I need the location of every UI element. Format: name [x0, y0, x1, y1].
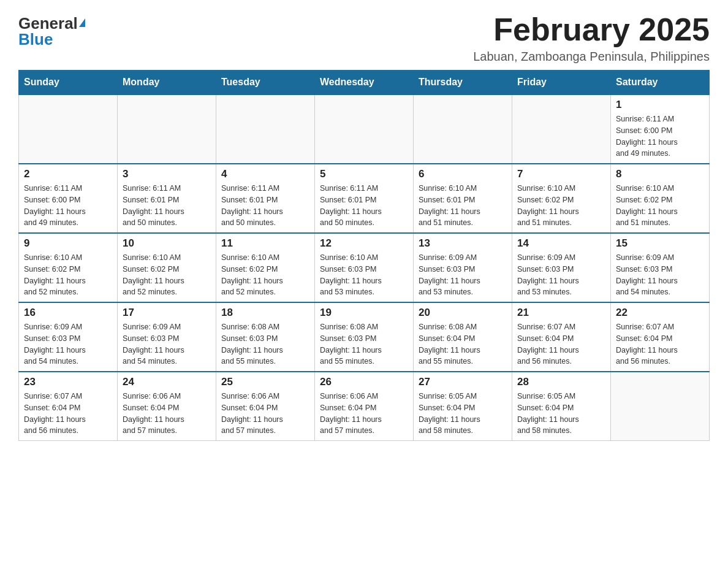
day-number: 13: [419, 237, 507, 250]
day-number: 7: [517, 168, 605, 180]
day-info: Sunrise: 6:07 AM Sunset: 6:04 PM Dayligh…: [24, 391, 112, 437]
weekday-header-tuesday: Tuesday: [216, 71, 315, 95]
location-title: Labuan, Zamboanga Peninsula, Philippines: [473, 50, 710, 64]
calendar-cell: 24Sunrise: 6:06 AM Sunset: 6:04 PM Dayli…: [118, 372, 216, 441]
day-number: 12: [320, 237, 408, 250]
calendar-table: SundayMondayTuesdayWednesdayThursdayFrid…: [18, 70, 710, 441]
day-number: 27: [419, 376, 507, 388]
weekday-header-monday: Monday: [118, 71, 216, 95]
day-info: Sunrise: 6:10 AM Sunset: 6:02 PM Dayligh…: [24, 252, 112, 298]
day-info: Sunrise: 6:05 AM Sunset: 6:04 PM Dayligh…: [419, 391, 507, 437]
calendar-cell: 22Sunrise: 6:07 AM Sunset: 6:04 PM Dayli…: [611, 302, 710, 372]
calendar-cell: 18Sunrise: 6:08 AM Sunset: 6:03 PM Dayli…: [216, 302, 315, 372]
day-number: 20: [419, 307, 507, 319]
day-number: 18: [221, 307, 309, 319]
header: General Blue February 2025 Labuan, Zambo…: [18, 12, 710, 64]
weekday-header-wednesday: Wednesday: [315, 71, 414, 95]
weekday-header-row: SundayMondayTuesdayWednesdayThursdayFrid…: [19, 71, 710, 95]
day-info: Sunrise: 6:09 AM Sunset: 6:03 PM Dayligh…: [419, 252, 507, 298]
calendar-cell: [315, 94, 414, 164]
calendar-cell: 25Sunrise: 6:06 AM Sunset: 6:04 PM Dayli…: [216, 372, 315, 441]
day-info: Sunrise: 6:07 AM Sunset: 6:04 PM Dayligh…: [517, 321, 605, 367]
day-number: 23: [24, 376, 112, 388]
day-info: Sunrise: 6:06 AM Sunset: 6:04 PM Dayligh…: [320, 391, 408, 437]
day-number: 19: [320, 307, 408, 319]
day-number: 22: [616, 307, 704, 319]
weekday-header-friday: Friday: [512, 71, 611, 95]
logo-general-text: General: [18, 15, 85, 31]
weekday-header-thursday: Thursday: [414, 71, 512, 95]
day-number: 3: [123, 168, 211, 180]
day-info: Sunrise: 6:09 AM Sunset: 6:03 PM Dayligh…: [24, 321, 112, 367]
day-number: 16: [24, 307, 112, 319]
calendar-cell: [19, 94, 118, 164]
day-info: Sunrise: 6:11 AM Sunset: 6:00 PM Dayligh…: [616, 113, 704, 159]
calendar-cell: 26Sunrise: 6:06 AM Sunset: 6:04 PM Dayli…: [315, 372, 414, 441]
day-number: 24: [123, 376, 211, 388]
day-info: Sunrise: 6:11 AM Sunset: 6:01 PM Dayligh…: [320, 183, 408, 229]
day-info: Sunrise: 6:11 AM Sunset: 6:01 PM Dayligh…: [123, 183, 211, 229]
day-info: Sunrise: 6:11 AM Sunset: 6:00 PM Dayligh…: [24, 183, 112, 229]
day-number: 14: [517, 237, 605, 250]
calendar-cell: 8Sunrise: 6:10 AM Sunset: 6:02 PM Daylig…: [611, 164, 710, 233]
day-number: 5: [320, 168, 408, 180]
day-info: Sunrise: 6:10 AM Sunset: 6:02 PM Dayligh…: [517, 183, 605, 229]
weekday-header-sunday: Sunday: [19, 71, 118, 95]
calendar-cell: 11Sunrise: 6:10 AM Sunset: 6:02 PM Dayli…: [216, 233, 315, 302]
day-info: Sunrise: 6:06 AM Sunset: 6:04 PM Dayligh…: [221, 391, 309, 437]
day-info: Sunrise: 6:06 AM Sunset: 6:04 PM Dayligh…: [123, 391, 211, 437]
day-info: Sunrise: 6:10 AM Sunset: 6:02 PM Dayligh…: [616, 183, 704, 229]
week-row-4: 16Sunrise: 6:09 AM Sunset: 6:03 PM Dayli…: [19, 302, 710, 372]
calendar-cell: 14Sunrise: 6:09 AM Sunset: 6:03 PM Dayli…: [512, 233, 611, 302]
month-year-title: February 2025: [473, 12, 710, 47]
calendar-cell: 2Sunrise: 6:11 AM Sunset: 6:00 PM Daylig…: [19, 164, 118, 233]
day-info: Sunrise: 6:05 AM Sunset: 6:04 PM Dayligh…: [517, 391, 605, 437]
calendar-cell: [118, 94, 216, 164]
day-number: 21: [517, 307, 605, 319]
day-info: Sunrise: 6:07 AM Sunset: 6:04 PM Dayligh…: [616, 321, 704, 367]
calendar-cell: 28Sunrise: 6:05 AM Sunset: 6:04 PM Dayli…: [512, 372, 611, 441]
calendar-cell: 10Sunrise: 6:10 AM Sunset: 6:02 PM Dayli…: [118, 233, 216, 302]
day-number: 10: [123, 237, 211, 250]
weekday-header-saturday: Saturday: [611, 71, 710, 95]
calendar-cell: 13Sunrise: 6:09 AM Sunset: 6:03 PM Dayli…: [414, 233, 512, 302]
calendar-cell: 4Sunrise: 6:11 AM Sunset: 6:01 PM Daylig…: [216, 164, 315, 233]
calendar-cell: 7Sunrise: 6:10 AM Sunset: 6:02 PM Daylig…: [512, 164, 611, 233]
day-number: 6: [419, 168, 507, 180]
title-section: February 2025 Labuan, Zamboanga Peninsul…: [473, 12, 710, 64]
day-info: Sunrise: 6:10 AM Sunset: 6:02 PM Dayligh…: [221, 252, 309, 298]
day-number: 28: [517, 376, 605, 388]
day-info: Sunrise: 6:10 AM Sunset: 6:01 PM Dayligh…: [419, 183, 507, 229]
calendar-cell: [414, 94, 512, 164]
calendar-cell: 6Sunrise: 6:10 AM Sunset: 6:01 PM Daylig…: [414, 164, 512, 233]
day-number: 25: [221, 376, 309, 388]
calendar-cell: 27Sunrise: 6:05 AM Sunset: 6:04 PM Dayli…: [414, 372, 512, 441]
calendar-cell: 23Sunrise: 6:07 AM Sunset: 6:04 PM Dayli…: [19, 372, 118, 441]
calendar-cell: 17Sunrise: 6:09 AM Sunset: 6:03 PM Dayli…: [118, 302, 216, 372]
week-row-2: 2Sunrise: 6:11 AM Sunset: 6:00 PM Daylig…: [19, 164, 710, 233]
calendar-cell: [216, 94, 315, 164]
day-number: 8: [616, 168, 704, 180]
day-number: 15: [616, 237, 704, 250]
calendar-cell: [611, 372, 710, 441]
calendar-cell: 3Sunrise: 6:11 AM Sunset: 6:01 PM Daylig…: [118, 164, 216, 233]
day-number: 9: [24, 237, 112, 250]
calendar-cell: 21Sunrise: 6:07 AM Sunset: 6:04 PM Dayli…: [512, 302, 611, 372]
day-info: Sunrise: 6:10 AM Sunset: 6:03 PM Dayligh…: [320, 252, 408, 298]
week-row-3: 9Sunrise: 6:10 AM Sunset: 6:02 PM Daylig…: [19, 233, 710, 302]
day-number: 2: [24, 168, 112, 180]
day-info: Sunrise: 6:08 AM Sunset: 6:03 PM Dayligh…: [221, 321, 309, 367]
day-info: Sunrise: 6:09 AM Sunset: 6:03 PM Dayligh…: [517, 252, 605, 298]
week-row-1: 1Sunrise: 6:11 AM Sunset: 6:00 PM Daylig…: [19, 94, 710, 164]
logo: General Blue: [18, 12, 85, 47]
logo-triangle-icon: [79, 18, 85, 27]
calendar-cell: 19Sunrise: 6:08 AM Sunset: 6:03 PM Dayli…: [315, 302, 414, 372]
calendar-cell: 5Sunrise: 6:11 AM Sunset: 6:01 PM Daylig…: [315, 164, 414, 233]
day-number: 4: [221, 168, 309, 180]
day-info: Sunrise: 6:08 AM Sunset: 6:03 PM Dayligh…: [320, 321, 408, 367]
day-number: 26: [320, 376, 408, 388]
week-row-5: 23Sunrise: 6:07 AM Sunset: 6:04 PM Dayli…: [19, 372, 710, 441]
calendar-cell: 20Sunrise: 6:08 AM Sunset: 6:04 PM Dayli…: [414, 302, 512, 372]
logo-blue-text: Blue: [18, 31, 53, 47]
calendar-cell: 1Sunrise: 6:11 AM Sunset: 6:00 PM Daylig…: [611, 94, 710, 164]
